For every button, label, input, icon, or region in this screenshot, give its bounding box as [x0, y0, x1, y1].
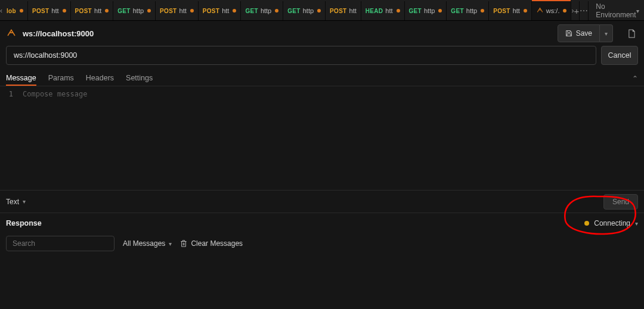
chevron-down-icon: ▾: [635, 220, 638, 227]
message-footer: Text ▾ Send: [0, 191, 644, 213]
tab-method: POST: [75, 8, 92, 14]
dirty-dot-icon: [317, 9, 321, 13]
tab-message[interactable]: Message: [6, 71, 36, 86]
environment-selector[interactable]: No Environment ▾: [588, 1, 644, 20]
url-row: Cancel: [0, 46, 644, 71]
tab-label: http: [303, 7, 314, 14]
tab-item[interactable]: HEADhtt: [361, 1, 405, 20]
tab-item[interactable]: GEThttp: [113, 1, 156, 20]
tab-method: POST: [160, 8, 177, 14]
tab-list: lobPOSThttPOSThttGEThttpPOSThttPOSThttGE…: [2, 1, 532, 20]
status-text: Connecting: [594, 219, 630, 227]
tab-item[interactable]: GEThttp: [405, 1, 447, 20]
tab-method: POST: [330, 8, 346, 14]
tab-item[interactable]: POSThtt: [326, 1, 361, 20]
tab-item[interactable]: GEThttp: [447, 1, 489, 20]
save-button[interactable]: Save: [558, 24, 600, 42]
clear-messages-button[interactable]: Clear Messages: [180, 239, 243, 248]
message-textarea[interactable]: Compose message: [18, 86, 644, 190]
dirty-dot-icon: [190, 9, 194, 13]
dirty-dot-icon: [524, 9, 527, 13]
dirty-dot-icon: [275, 9, 278, 13]
trash-icon: [180, 239, 187, 248]
tab-label: htt: [179, 7, 187, 14]
document-icon: [628, 29, 636, 38]
chevron-down-icon: ▾: [636, 8, 639, 14]
tab-settings[interactable]: Settings: [126, 71, 153, 86]
editor-gutter: 1: [0, 86, 18, 190]
dirty-dot-icon: [233, 9, 236, 13]
tab-method: POST: [493, 8, 510, 14]
tab-label: ws:/.: [546, 7, 560, 14]
tab-method: POST: [32, 8, 49, 14]
tab-item[interactable]: POSThtt: [71, 1, 114, 20]
tab-label: http: [466, 7, 477, 14]
dirty-dot-icon: [147, 9, 151, 13]
tab-label: htt: [385, 7, 392, 14]
tab-label: http: [133, 7, 144, 14]
collapse-editor-button[interactable]: ⌃: [632, 74, 638, 83]
request-titlebar: ws://localhost:9000 Save ▾: [0, 21, 644, 46]
chevron-down-icon: ▾: [605, 30, 608, 37]
websocket-icon: [6, 28, 17, 39]
dirty-dot-icon: [481, 9, 484, 13]
request-title: ws://localhost:9000: [23, 29, 94, 38]
message-format-selector[interactable]: Text ▾: [6, 198, 26, 206]
message-tabbar: Message Params Headers Settings ⌃: [0, 71, 644, 86]
tab-active-websocket[interactable]: ws:/.: [532, 1, 572, 20]
message-editor: 1 Compose message: [0, 86, 644, 191]
tab-item[interactable]: POSThtt: [28, 1, 71, 20]
tab-label: htt: [349, 7, 357, 14]
chevron-down-icon: ▾: [23, 198, 26, 205]
tab-method: HEAD: [366, 8, 383, 14]
dirty-dot-icon: [20, 9, 23, 13]
cancel-button[interactable]: Cancel: [601, 46, 638, 65]
format-label: Text: [6, 198, 19, 206]
tab-label: htt: [51, 7, 58, 14]
clear-label: Clear Messages: [191, 239, 243, 248]
dirty-dot-icon: [438, 9, 442, 13]
tab-method: GET: [451, 8, 463, 14]
message-filter-selector[interactable]: All Messages ▾: [123, 239, 172, 248]
tab-method: POST: [203, 8, 219, 14]
filter-label: All Messages: [123, 239, 165, 248]
tab-item[interactable]: GEThttp: [283, 1, 326, 20]
dirty-dot-icon: [563, 9, 566, 13]
tab-label: htt: [513, 7, 520, 14]
tab-item[interactable]: GEThttp: [241, 1, 283, 20]
status-dot-icon: [584, 221, 589, 226]
tab-item[interactable]: lob: [2, 1, 28, 20]
tab-method: GET: [287, 8, 300, 14]
tab-label: http: [424, 7, 435, 14]
tab-item[interactable]: POSThtt: [489, 1, 532, 20]
chevron-down-icon: ▾: [169, 241, 172, 247]
websocket-icon: [536, 7, 544, 14]
new-tab-button[interactable]: +: [574, 1, 579, 20]
save-menu-button[interactable]: ▾: [600, 24, 613, 42]
save-button-group: Save ▾: [558, 24, 613, 42]
response-search-input[interactable]: [6, 236, 114, 251]
tab-params[interactable]: Params: [48, 71, 74, 86]
dirty-dot-icon: [63, 9, 66, 13]
connection-status[interactable]: Connecting ▾: [584, 219, 638, 227]
dirty-dot-icon: [105, 9, 109, 13]
tab-item[interactable]: POSThtt: [156, 1, 199, 20]
tab-label: htt: [222, 7, 229, 14]
tab-item[interactable]: POSThtt: [199, 1, 242, 20]
tab-method: GET: [245, 8, 258, 14]
response-header: Response Connecting ▾: [0, 213, 644, 233]
send-button[interactable]: Send: [603, 194, 638, 210]
save-label: Save: [576, 29, 592, 38]
tab-method: GET: [409, 8, 422, 14]
tab-method: GET: [117, 8, 130, 14]
dirty-dot-icon: [397, 9, 400, 13]
tab-method: lob: [7, 8, 16, 14]
tab-overflow-menu[interactable]: ⋯: [579, 1, 588, 20]
url-input[interactable]: [6, 46, 596, 65]
response-toolbar: All Messages ▾ Clear Messages: [0, 233, 644, 254]
response-label: Response: [6, 219, 42, 227]
documentation-panel-button[interactable]: [625, 24, 638, 42]
environment-label: No Environment: [596, 2, 636, 19]
tab-strip: ‹ lobPOSThttPOSThttGEThttpPOSThttPOSThtt…: [0, 0, 644, 21]
tab-headers[interactable]: Headers: [86, 71, 114, 86]
